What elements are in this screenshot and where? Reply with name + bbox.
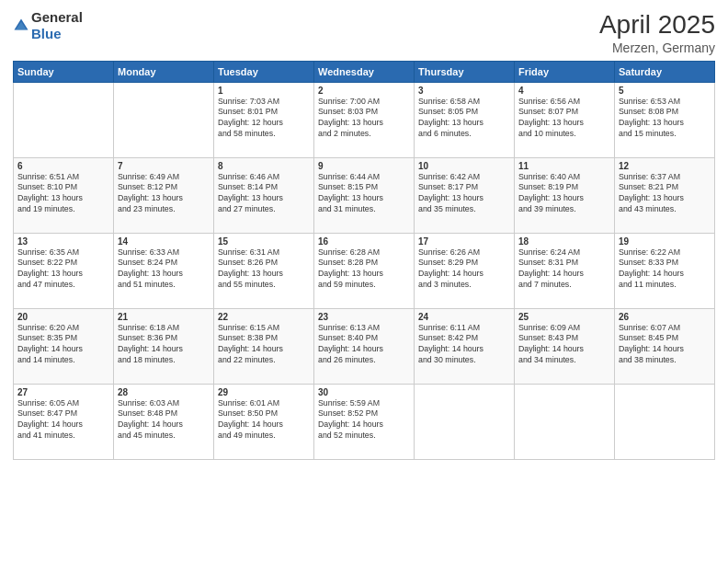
day-cell: 13Sunrise: 6:35 AM Sunset: 8:22 PM Dayli…	[14, 233, 114, 308]
day-cell: 18Sunrise: 6:24 AM Sunset: 8:31 PM Dayli…	[515, 233, 615, 308]
day-cell: 29Sunrise: 6:01 AM Sunset: 8:50 PM Dayli…	[214, 384, 314, 459]
day-cell: 21Sunrise: 6:18 AM Sunset: 8:36 PM Dayli…	[114, 308, 214, 384]
col-tuesday: Tuesday	[214, 61, 314, 82]
day-cell	[14, 82, 114, 157]
day-number: 3	[418, 86, 510, 96]
day-number: 24	[418, 312, 510, 322]
day-cell: 30Sunrise: 5:59 AM Sunset: 8:52 PM Dayli…	[314, 384, 415, 459]
day-info: Sunrise: 6:15 AM Sunset: 8:38 PM Dayligh…	[218, 323, 283, 365]
day-number: 14	[118, 236, 210, 247]
day-info: Sunrise: 6:51 AM Sunset: 8:10 PM Dayligh…	[17, 172, 83, 214]
day-number: 25	[518, 312, 610, 322]
day-number: 27	[17, 387, 109, 397]
week-row-3: 20Sunrise: 6:20 AM Sunset: 8:35 PM Dayli…	[14, 308, 715, 384]
day-info: Sunrise: 6:46 AM Sunset: 8:14 PM Dayligh…	[218, 172, 283, 214]
day-cell: 2Sunrise: 7:00 AM Sunset: 8:03 PM Daylig…	[314, 82, 415, 157]
logo-icon	[13, 17, 29, 34]
col-sunday: Sunday	[14, 61, 114, 82]
col-friday: Friday	[515, 61, 615, 82]
week-row-1: 6Sunrise: 6:51 AM Sunset: 8:10 PM Daylig…	[14, 157, 715, 233]
day-info: Sunrise: 6:20 AM Sunset: 8:35 PM Dayligh…	[17, 323, 83, 365]
day-info: Sunrise: 6:31 AM Sunset: 8:26 PM Dayligh…	[218, 247, 283, 290]
day-number: 29	[218, 387, 310, 397]
day-number: 26	[619, 312, 711, 322]
day-number: 19	[619, 236, 711, 247]
logo: General Blue	[13, 9, 83, 42]
day-cell	[415, 384, 515, 459]
day-number: 20	[17, 312, 109, 322]
day-cell: 16Sunrise: 6:28 AM Sunset: 8:28 PM Dayli…	[314, 233, 415, 308]
day-info: Sunrise: 6:22 AM Sunset: 8:33 PM Dayligh…	[619, 247, 684, 290]
days-of-week-row: Sunday Monday Tuesday Wednesday Thursday…	[14, 61, 715, 82]
col-thursday: Thursday	[415, 61, 515, 82]
day-info: Sunrise: 6:58 AM Sunset: 8:05 PM Dayligh…	[418, 97, 483, 139]
col-saturday: Saturday	[615, 61, 715, 82]
day-cell: 1Sunrise: 7:03 AM Sunset: 8:01 PM Daylig…	[214, 82, 314, 157]
day-cell: 5Sunrise: 6:53 AM Sunset: 8:08 PM Daylig…	[615, 82, 715, 157]
day-cell: 26Sunrise: 6:07 AM Sunset: 8:45 PM Dayli…	[615, 308, 715, 384]
day-info: Sunrise: 6:24 AM Sunset: 8:31 PM Dayligh…	[518, 247, 584, 290]
col-wednesday: Wednesday	[314, 61, 415, 82]
day-number: 13	[17, 236, 109, 247]
day-number: 6	[17, 161, 109, 171]
day-info: Sunrise: 6:37 AM Sunset: 8:21 PM Dayligh…	[619, 172, 684, 214]
day-info: Sunrise: 6:03 AM Sunset: 8:48 PM Dayligh…	[118, 398, 183, 441]
day-cell: 6Sunrise: 6:51 AM Sunset: 8:10 PM Daylig…	[14, 157, 114, 233]
day-cell	[615, 384, 715, 459]
col-monday: Monday	[114, 61, 214, 82]
day-number: 7	[118, 161, 210, 171]
day-number: 18	[518, 236, 610, 247]
day-number: 10	[418, 161, 510, 171]
day-cell: 25Sunrise: 6:09 AM Sunset: 8:43 PM Dayli…	[515, 308, 615, 384]
day-number: 22	[218, 312, 310, 322]
day-number: 16	[318, 236, 410, 247]
day-number: 15	[218, 236, 310, 247]
calendar-body: 1Sunrise: 7:03 AM Sunset: 8:01 PM Daylig…	[14, 82, 715, 459]
day-number: 9	[318, 161, 410, 171]
day-info: Sunrise: 7:03 AM Sunset: 8:01 PM Dayligh…	[218, 97, 283, 139]
day-number: 28	[118, 387, 210, 397]
day-cell: 15Sunrise: 6:31 AM Sunset: 8:26 PM Dayli…	[214, 233, 314, 308]
day-number: 11	[518, 161, 610, 171]
day-info: Sunrise: 6:01 AM Sunset: 8:50 PM Dayligh…	[218, 398, 283, 441]
day-info: Sunrise: 6:49 AM Sunset: 8:12 PM Dayligh…	[118, 172, 183, 214]
day-info: Sunrise: 6:33 AM Sunset: 8:24 PM Dayligh…	[118, 247, 183, 290]
day-number: 30	[318, 387, 410, 397]
week-row-4: 27Sunrise: 6:05 AM Sunset: 8:47 PM Dayli…	[14, 384, 715, 459]
day-info: Sunrise: 6:44 AM Sunset: 8:15 PM Dayligh…	[318, 172, 383, 214]
day-cell: 22Sunrise: 6:15 AM Sunset: 8:38 PM Dayli…	[214, 308, 314, 384]
day-cell: 28Sunrise: 6:03 AM Sunset: 8:48 PM Dayli…	[114, 384, 214, 459]
day-cell	[515, 384, 615, 459]
day-cell: 8Sunrise: 6:46 AM Sunset: 8:14 PM Daylig…	[214, 157, 314, 233]
calendar-table: Sunday Monday Tuesday Wednesday Thursday…	[13, 61, 715, 460]
day-cell: 17Sunrise: 6:26 AM Sunset: 8:29 PM Dayli…	[415, 233, 515, 308]
logo-general: General	[31, 9, 83, 25]
day-info: Sunrise: 6:40 AM Sunset: 8:19 PM Dayligh…	[518, 172, 584, 214]
day-cell: 27Sunrise: 6:05 AM Sunset: 8:47 PM Dayli…	[14, 384, 114, 459]
day-number: 23	[318, 312, 410, 322]
day-cell: 20Sunrise: 6:20 AM Sunset: 8:35 PM Dayli…	[14, 308, 114, 384]
day-info: Sunrise: 6:07 AM Sunset: 8:45 PM Dayligh…	[619, 323, 684, 365]
day-info: Sunrise: 6:28 AM Sunset: 8:28 PM Dayligh…	[318, 247, 383, 290]
logo-blue: Blue	[31, 26, 62, 41]
day-cell: 3Sunrise: 6:58 AM Sunset: 8:05 PM Daylig…	[415, 82, 515, 157]
day-number: 5	[619, 86, 711, 96]
day-cell: 23Sunrise: 6:13 AM Sunset: 8:40 PM Dayli…	[314, 308, 415, 384]
day-info: Sunrise: 6:18 AM Sunset: 8:36 PM Dayligh…	[118, 323, 183, 365]
day-number: 1	[218, 86, 310, 96]
day-cell: 19Sunrise: 6:22 AM Sunset: 8:33 PM Dayli…	[615, 233, 715, 308]
day-cell: 11Sunrise: 6:40 AM Sunset: 8:19 PM Dayli…	[515, 157, 615, 233]
day-number: 17	[418, 236, 510, 247]
day-cell: 10Sunrise: 6:42 AM Sunset: 8:17 PM Dayli…	[415, 157, 515, 233]
header: General Blue April 2025 Merzen, Germany	[13, 9, 715, 55]
day-info: Sunrise: 6:09 AM Sunset: 8:43 PM Dayligh…	[518, 323, 584, 365]
day-cell: 12Sunrise: 6:37 AM Sunset: 8:21 PM Dayli…	[615, 157, 715, 233]
day-cell: 24Sunrise: 6:11 AM Sunset: 8:42 PM Dayli…	[415, 308, 515, 384]
day-cell: 4Sunrise: 6:56 AM Sunset: 8:07 PM Daylig…	[515, 82, 615, 157]
calendar-title: April 2025	[599, 9, 715, 40]
day-info: Sunrise: 6:26 AM Sunset: 8:29 PM Dayligh…	[418, 247, 483, 290]
calendar-subtitle: Merzen, Germany	[599, 40, 715, 55]
day-info: Sunrise: 6:53 AM Sunset: 8:08 PM Dayligh…	[619, 97, 684, 139]
day-number: 2	[318, 86, 410, 96]
day-info: Sunrise: 6:11 AM Sunset: 8:42 PM Dayligh…	[418, 323, 483, 365]
